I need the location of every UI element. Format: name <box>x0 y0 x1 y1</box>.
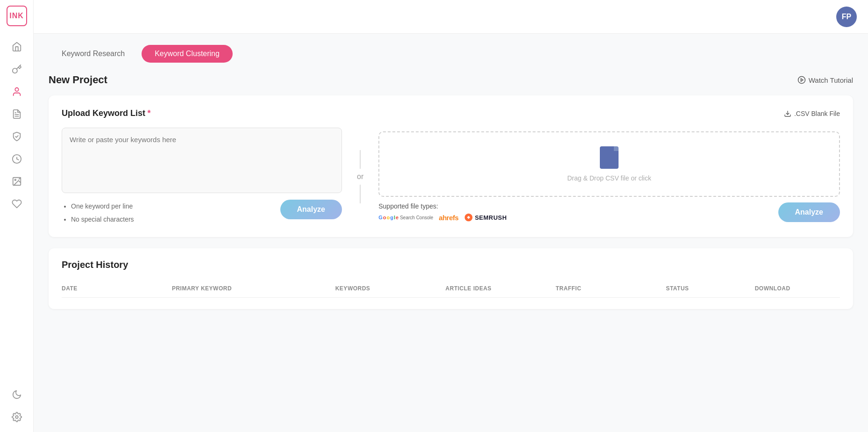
upload-area: One keyword per line No special characte… <box>62 128 840 226</box>
topbar: FP <box>34 0 868 34</box>
tab-keyword-research[interactable]: Keyword Research <box>49 45 138 63</box>
col-keywords: KEYWORDS <box>335 285 442 292</box>
file-type-logos: Google Search Console ahrefs <box>378 213 507 222</box>
sidebar: INK <box>0 0 34 432</box>
svg-point-8 <box>14 179 16 180</box>
sidebar-item-moon[interactable] <box>7 385 26 404</box>
sidebar-item-document[interactable] <box>7 105 26 123</box>
tab-bar: Keyword Research Keyword Clustering <box>49 45 853 63</box>
or-divider: or <box>342 150 378 203</box>
sidebar-item-settings[interactable] <box>7 408 26 426</box>
sidebar-item-home[interactable] <box>7 37 26 56</box>
supported-types: Supported file types: Google Search Cons… <box>378 202 507 222</box>
watch-tutorial-link[interactable]: Watch Tutorial <box>797 76 853 84</box>
hint-1: One keyword per line <box>71 200 134 213</box>
csv-link-label: .CSV Blank File <box>794 110 840 117</box>
google-logo: Google Search Console <box>378 215 433 220</box>
or-label: or <box>357 173 363 181</box>
or-line-top <box>360 150 361 169</box>
tab-keyword-clustering[interactable]: Keyword Clustering <box>142 45 233 63</box>
svg-point-11 <box>15 416 18 418</box>
analyze-csv-button[interactable]: Analyze <box>778 202 840 222</box>
main-content: Keyword Research Keyword Clustering New … <box>34 34 868 432</box>
section-header: New Project Watch Tutorial <box>49 74 853 86</box>
col-download: DOWNLOAD <box>755 285 840 292</box>
col-primary-keyword: PRIMARY KEYWORD <box>172 285 332 292</box>
sidebar-item-heart[interactable] <box>7 194 26 213</box>
sidebar-item-person[interactable] <box>7 82 26 101</box>
csv-blank-file-link[interactable]: .CSV Blank File <box>784 110 840 117</box>
sidebar-item-shield[interactable] <box>7 127 26 146</box>
sidebar-item-image[interactable] <box>7 172 26 191</box>
analyze-text-button[interactable]: Analyze <box>280 200 342 219</box>
drop-zone-text: Drag & Drop CSV file or click <box>567 174 651 182</box>
sidebar-item-chart[interactable] <box>7 150 26 168</box>
history-title: Project History <box>62 259 840 270</box>
drop-hints: Supported file types: Google Search Cons… <box>378 202 840 222</box>
upload-card-header: Upload Keyword List * .CSV Blank File <box>62 108 840 118</box>
text-input-section: One keyword per line No special characte… <box>62 128 342 226</box>
text-hints: One keyword per line No special characte… <box>62 200 342 226</box>
svg-point-1 <box>15 88 18 91</box>
file-drop-icon <box>600 146 619 169</box>
svg-point-12 <box>798 77 805 84</box>
supported-label: Supported file types: <box>378 202 507 210</box>
watch-tutorial-label: Watch Tutorial <box>809 76 853 84</box>
col-traffic: TRAFFIC <box>555 285 662 292</box>
project-history-section: Project History DATE PRIMARY KEYWORD KEY… <box>49 248 853 309</box>
col-article-ideas: ARTICLE IDEAS <box>446 285 552 292</box>
user-avatar[interactable]: FP <box>836 7 857 27</box>
hints-list: One keyword per line No special characte… <box>62 200 134 226</box>
required-marker: * <box>147 108 150 118</box>
col-date: DATE <box>62 285 168 292</box>
semrush-logo: SEMRUSH <box>464 213 507 222</box>
sidebar-item-key[interactable] <box>7 60 26 79</box>
or-line-bottom <box>360 185 361 203</box>
svg-marker-13 <box>801 79 803 81</box>
page-title: New Project <box>49 74 107 86</box>
keyword-input[interactable] <box>62 128 342 193</box>
table-header: DATE PRIMARY KEYWORD KEYWORDS ARTICLE ID… <box>62 280 840 298</box>
ahrefs-logo: ahrefs <box>439 214 458 222</box>
col-status: STATUS <box>666 285 751 292</box>
hint-2: No special characters <box>71 213 134 226</box>
upload-title: Upload Keyword List * <box>62 108 150 118</box>
upload-card: Upload Keyword List * .CSV Blank File <box>49 95 853 237</box>
drop-section: Drag & Drop CSV file or click Supported … <box>378 131 840 222</box>
file-drop-zone[interactable]: Drag & Drop CSV file or click <box>378 131 840 197</box>
app-logo[interactable]: INK <box>7 6 27 26</box>
svg-line-6 <box>17 159 19 160</box>
